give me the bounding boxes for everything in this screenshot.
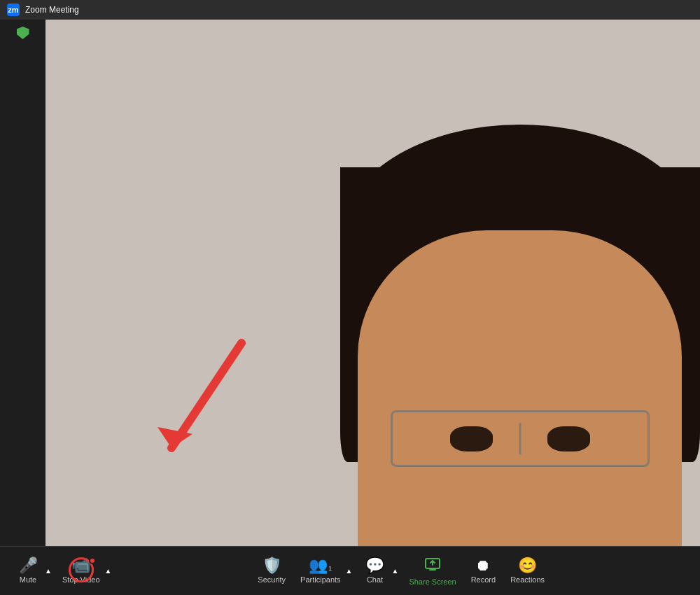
toolbar-center: 🛡️ Security 👥1 Participants ▲ 💬 Chat ▲ (113, 552, 690, 589)
recording-dot (89, 557, 96, 564)
share-screen-button[interactable]: Share Screen (403, 552, 461, 589)
main-area (0, 20, 700, 546)
participants-label: Participants (300, 575, 340, 584)
record-button[interactable]: ⏺ Record (465, 554, 501, 587)
mute-label: Mute (20, 575, 36, 584)
video-background (46, 20, 700, 546)
participants-caret-button[interactable]: ▲ (344, 566, 354, 576)
participants-button[interactable]: 👥1 Participants (295, 554, 346, 587)
svg-line-0 (172, 343, 241, 448)
share-screen-label: Share Screen (409, 578, 456, 586)
chat-icon: 💬 (365, 558, 384, 573)
zoom-logo-icon: zm (7, 4, 20, 16)
chat-caret-button[interactable]: ▲ (391, 566, 400, 576)
mute-caret-button[interactable]: ▲ (43, 566, 53, 576)
arrow-annotation (115, 322, 270, 476)
svg-marker-1 (158, 427, 192, 448)
record-icon: ⏺ (475, 558, 491, 573)
reactions-label: Reactions (510, 575, 545, 584)
mute-group: 🎤 Mute ▲ (10, 554, 53, 587)
reactions-icon: 😊 (518, 558, 537, 573)
mute-button[interactable]: 🎤 Mute (10, 554, 46, 587)
stop-video-group: 📹 Stop Video ▲ (57, 554, 113, 587)
chat-button[interactable]: 💬 Chat (358, 554, 393, 587)
participants-group: 👥1 Participants ▲ (295, 554, 354, 587)
title-bar-text: Zoom Meeting (25, 5, 79, 15)
participant-video (340, 125, 700, 546)
glasses (391, 410, 650, 467)
stop-video-icon: 📹 (71, 558, 90, 573)
record-label: Record (471, 575, 496, 584)
left-sidebar (0, 20, 46, 546)
chat-group: 💬 Chat ▲ (358, 554, 400, 587)
security-button[interactable]: 🛡️ Security (252, 554, 291, 587)
face (358, 230, 682, 546)
chat-label: Chat (367, 575, 383, 584)
security-label: Security (258, 575, 286, 584)
green-shield-icon (17, 27, 29, 39)
toolbar: 🎤 Mute ▲ 📹 Stop Video ▲ 🛡️ Security � (0, 546, 700, 595)
security-icon: 🛡️ (262, 558, 281, 573)
video-area (46, 20, 700, 546)
stop-video-button[interactable]: 📹 Stop Video (57, 554, 106, 587)
share-screen-icon (424, 556, 441, 575)
toolbar-left: 🎤 Mute ▲ 📹 Stop Video ▲ (10, 554, 113, 587)
stop-video-label: Stop Video (62, 575, 100, 584)
reactions-button[interactable]: 😊 Reactions (505, 554, 550, 587)
title-bar: zm Zoom Meeting (0, 0, 700, 20)
mute-icon: 🎤 (19, 558, 38, 573)
participants-icon: 👥1 (309, 558, 332, 573)
